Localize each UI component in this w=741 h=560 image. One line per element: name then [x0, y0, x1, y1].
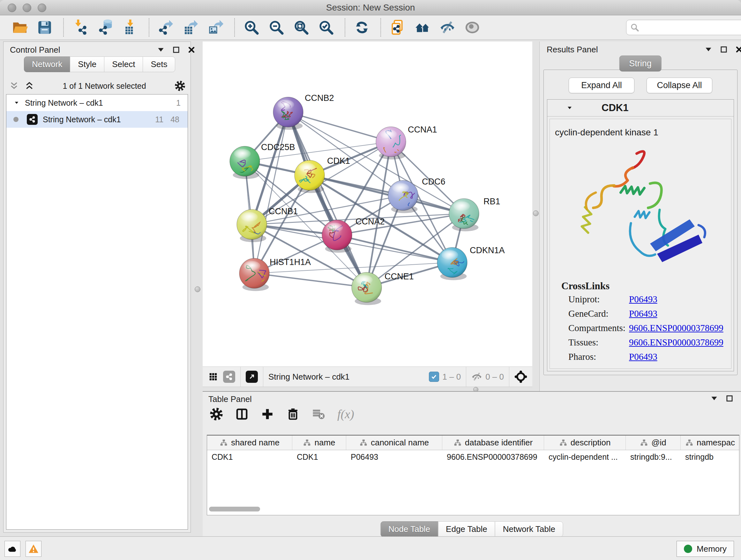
add-column-icon[interactable]	[261, 408, 274, 421]
crosslink-link[interactable]: 9606.ENSP00000378699	[629, 323, 724, 333]
table-cell[interactable]: stringdb	[681, 450, 739, 464]
cloud-status-button[interactable]	[4, 541, 20, 557]
tab-sets[interactable]: Sets	[143, 57, 175, 72]
collapse-panel-icon[interactable]	[704, 45, 713, 54]
column-header--id[interactable]: @id	[626, 435, 681, 450]
refresh-button[interactable]	[354, 19, 370, 36]
float-panel-icon[interactable]	[720, 45, 728, 54]
network-node-HIST1H1A[interactable]: HIST1H1A	[239, 257, 311, 291]
network-node-CCNA1[interactable]: CCNA1	[376, 125, 437, 159]
tab-network[interactable]: Network	[24, 57, 70, 72]
zoom-selected-button[interactable]	[318, 19, 334, 36]
network-collection-row[interactable]: String Network – cdk1 1	[6, 95, 188, 111]
birdseye-toggle-icon[interactable]	[515, 370, 527, 383]
crosslink-link[interactable]: P06493	[629, 308, 657, 319]
network-node-CDC25B[interactable]: CDC25B	[230, 142, 295, 179]
hide-panel-button[interactable]	[439, 19, 456, 36]
birdseye-grid-icon[interactable]	[207, 371, 219, 383]
expand-all-icon[interactable]	[24, 81, 34, 91]
table-cell[interactable]: 9606.ENSP00000378699	[442, 450, 544, 464]
import-network-file-button[interactable]	[72, 19, 89, 36]
table-cell[interactable]: CDK1	[207, 450, 292, 464]
collapse-panel-icon[interactable]	[157, 46, 165, 54]
table-cell[interactable]: P06493	[346, 450, 442, 464]
export-image-button[interactable]	[207, 19, 224, 36]
network-canvas[interactable]: CCNB2CCNA1CDC25BCDK1CDC6RB1CCNB1CCNA2CDK…	[203, 42, 532, 367]
table-cell[interactable]: cyclin-dependent ...	[544, 450, 626, 464]
export-table-button[interactable]	[183, 19, 199, 36]
home-button[interactable]	[414, 19, 431, 36]
network-icon	[27, 114, 38, 125]
tab-node-table[interactable]: Node Table	[381, 521, 438, 537]
network-row[interactable]: String Network – cdk1 11 48	[6, 111, 188, 128]
crosslink-link[interactable]: P06493	[629, 352, 657, 362]
zoom-fit-button[interactable]	[293, 19, 310, 36]
crosslink-link[interactable]: P06493	[629, 294, 657, 305]
table-cell[interactable]: CDK1	[292, 450, 346, 464]
collapse-section-icon[interactable]	[566, 105, 574, 111]
column-header-description[interactable]: description	[544, 435, 626, 450]
search-field[interactable]	[626, 20, 741, 35]
tab-network-table[interactable]: Network Table	[495, 521, 563, 537]
search-icon	[630, 23, 639, 32]
gene-section-header[interactable]: CDK1	[547, 100, 734, 117]
crosslink-link[interactable]: 9606.ENSP00000378699	[629, 337, 724, 348]
network-edge[interactable]	[288, 112, 391, 142]
zoom-out-button[interactable]	[268, 19, 285, 36]
collapse-all-button[interactable]: Collapse All	[647, 78, 712, 93]
show-columns-icon[interactable]	[235, 408, 249, 421]
export-network-button[interactable]	[158, 19, 174, 36]
string-results-container: Expand All Collapse All CDK1 cyclin-depe…	[543, 70, 738, 375]
save-session-button[interactable]	[37, 19, 53, 36]
tab-edge-table[interactable]: Edge Table	[438, 521, 495, 537]
network-node-CDKN1A[interactable]: CDKN1A	[437, 246, 505, 280]
warnings-button[interactable]	[25, 541, 42, 557]
network-node-CCNB2[interactable]: CCNB2	[273, 93, 334, 130]
network-options-gear-icon[interactable]	[175, 80, 185, 91]
column-header-canonical-name[interactable]: canonical name	[346, 435, 442, 450]
network-type-icon[interactable]	[223, 371, 235, 383]
column-header-namespac[interactable]: namespac	[681, 435, 739, 450]
memory-button[interactable]: Memory	[677, 541, 734, 557]
column-header-name[interactable]: name	[292, 435, 346, 450]
table-horizontal-scrollbar[interactable]	[209, 507, 260, 511]
zoom-in-button[interactable]	[243, 19, 260, 36]
tab-string[interactable]: String	[619, 56, 662, 71]
close-panel-icon[interactable]	[735, 45, 741, 54]
table-options-gear-icon[interactable]	[210, 408, 223, 421]
float-panel-icon[interactable]	[725, 394, 734, 402]
left-splitter-handle[interactable]	[195, 287, 200, 292]
export-view-icon[interactable]	[246, 371, 258, 383]
expander-icon[interactable]	[13, 100, 20, 105]
main-toolbar	[0, 15, 741, 40]
table-cell[interactable]: stringdb:9...	[626, 450, 681, 464]
network-node-RB1[interactable]: RB1	[449, 197, 500, 233]
column-header-shared-name[interactable]: shared name	[207, 435, 292, 450]
expand-all-button[interactable]: Expand All	[569, 78, 634, 93]
selected-checkbox[interactable]	[429, 372, 439, 382]
show-panel-button[interactable]	[464, 19, 481, 36]
delete-column-icon[interactable]	[286, 408, 300, 421]
status-bar: Memory	[0, 537, 741, 560]
table-row[interactable]: CDK1CDK1P064939606.ENSP00000378699cyclin…	[207, 450, 739, 464]
network-node-CCNE1[interactable]: CCNE1	[352, 272, 414, 305]
crosslink-row: Pharos:P06493	[550, 352, 731, 366]
open-session-button[interactable]	[11, 19, 28, 36]
crosslink-row: GeneCard:P06493	[550, 308, 731, 323]
network-edge[interactable]	[254, 273, 367, 287]
import-network-database-button[interactable]	[97, 19, 114, 36]
string-import-button[interactable]	[389, 19, 406, 36]
close-panel-icon[interactable]	[187, 46, 196, 54]
tab-style[interactable]: Style	[70, 57, 105, 72]
column-header-database-identifier[interactable]: database identifier	[442, 435, 544, 450]
collapse-panel-icon[interactable]	[710, 394, 718, 402]
import-table-file-button[interactable]	[122, 19, 138, 36]
collapse-all-icon[interactable]	[9, 81, 19, 91]
window-title: Session: New Session	[0, 3, 741, 13]
search-input[interactable]	[639, 23, 741, 33]
right-splitter-handle[interactable]	[533, 210, 539, 216]
network-node-CDK1[interactable]: CDK1	[294, 156, 350, 193]
tab-select[interactable]: Select	[104, 57, 143, 72]
float-panel-icon[interactable]	[172, 46, 180, 54]
column-tree-icon	[454, 439, 462, 447]
